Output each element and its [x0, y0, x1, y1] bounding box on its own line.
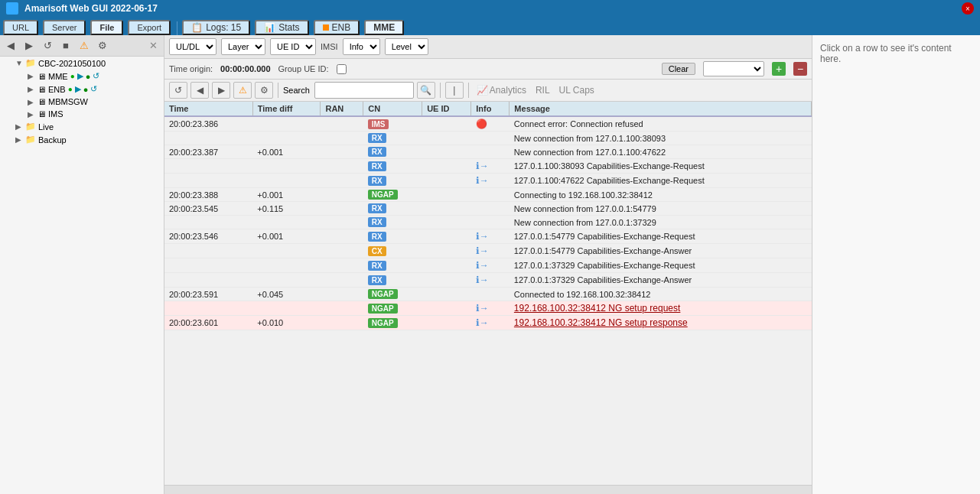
- layer-select[interactable]: Layer: [221, 38, 265, 55]
- log-table: Time Time diff RAN CN UE ID Info Message…: [164, 102, 812, 330]
- cell-time: [164, 216, 252, 229]
- direction-arrow: →: [480, 231, 489, 242]
- cell-timediff: +0.115: [252, 202, 321, 216]
- ue-id-select[interactable]: UE ID: [270, 38, 316, 55]
- action-restart-enb[interactable]: ↺: [90, 84, 97, 94]
- action-play-enb[interactable]: ▶: [75, 84, 81, 94]
- log-table-container: Time Time diff RAN CN UE ID Info Message…: [164, 102, 812, 485]
- action-stop-mme[interactable]: ●: [86, 72, 91, 81]
- folder-icon-live: 📁: [25, 122, 36, 132]
- cell-info: [471, 216, 510, 229]
- clear-button[interactable]: Clear: [662, 63, 695, 75]
- prev-button[interactable]: ◀: [190, 82, 209, 99]
- ril-button[interactable]: RIL: [532, 85, 553, 96]
- table-row[interactable]: NGAPℹ→192.168.100.32:38412 NG setup requ…: [164, 301, 812, 316]
- cell-timediff: [252, 159, 321, 174]
- tab-enb[interactable]: ENB: [314, 20, 360, 35]
- cell-ueid: [422, 229, 471, 244]
- table-row[interactable]: 20:00:23.387+0.001RXNew connection from …: [164, 145, 812, 159]
- folder-icon-root: 📁: [25, 58, 36, 68]
- close-button[interactable]: ×: [962, 2, 974, 15]
- action-stop-enb[interactable]: ●: [83, 85, 89, 94]
- search-input[interactable]: [314, 82, 414, 99]
- sidebar-refresh-button[interactable]: ↺: [40, 39, 55, 53]
- warning-button[interactable]: ⚠: [233, 82, 252, 99]
- tab-export[interactable]: Export: [128, 20, 171, 35]
- remove-filter-button[interactable]: −: [793, 62, 807, 76]
- col-cn: CN: [363, 102, 422, 116]
- time-dropdown[interactable]: [703, 61, 764, 76]
- sidebar-item-backup[interactable]: ▶ 📁 Backup: [0, 133, 164, 146]
- ul-caps-button[interactable]: UL Caps: [556, 85, 597, 96]
- group-ue-id-checkbox[interactable]: [337, 64, 347, 74]
- table-row[interactable]: 20:00:23.386IMS🔴Connect error: Connectio…: [164, 116, 812, 132]
- level-select[interactable]: Level: [385, 38, 428, 55]
- sidebar-item-enb[interactable]: ▶ 🖥 ENB ● ▶ ● ↺: [0, 83, 164, 96]
- table-row[interactable]: RXNew connection from 127.0.0.1:37329: [164, 216, 812, 229]
- next-button[interactable]: ▶: [212, 82, 230, 99]
- cell-message: New connection from 127.0.1.100:38093: [510, 132, 812, 145]
- refresh-button[interactable]: ↺: [169, 82, 187, 99]
- status-dot-mme: ●: [70, 72, 75, 80]
- cell-cn: NGAP: [363, 301, 422, 316]
- action-restart-mme[interactable]: ↺: [93, 71, 99, 81]
- cell-time: 20:00:23.388: [164, 188, 252, 202]
- cell-time: 20:00:23.386: [164, 116, 252, 132]
- cn-badge: RX: [368, 261, 386, 271]
- sidebar-item-root[interactable]: ▼ 📁 CBC-2021050100: [0, 57, 164, 70]
- cell-ran: [321, 301, 363, 316]
- stop-button[interactable]: ⚙: [255, 82, 273, 99]
- table-row[interactable]: RXℹ→127.0.0.1:37329 Capabilities-Exchang…: [164, 258, 812, 273]
- search-icon-button[interactable]: 🔍: [417, 82, 435, 99]
- cell-timediff: +0.045: [252, 288, 321, 301]
- tab-url[interactable]: URL: [3, 20, 38, 35]
- cn-badge: IMS: [368, 119, 389, 129]
- cell-ueid: [422, 132, 471, 145]
- cell-ran: [321, 145, 363, 159]
- analytics-button[interactable]: 📈 Analytics: [474, 85, 529, 96]
- cell-timediff: +0.001: [252, 188, 321, 202]
- cell-ran: [321, 229, 363, 244]
- sidebar-item-live[interactable]: ▶ 📁 Live: [0, 120, 164, 133]
- pipe-button[interactable]: |: [445, 82, 464, 99]
- add-filter-button[interactable]: +: [772, 62, 786, 76]
- table-row[interactable]: 20:00:23.591+0.045NGAPConnected to 192.1…: [164, 288, 812, 301]
- tree-arrow-ims: ▶: [28, 110, 35, 119]
- sidebar-back-button[interactable]: ◀: [3, 39, 18, 53]
- sidebar-settings-button[interactable]: ⚙: [95, 39, 110, 53]
- app-icon: [6, 2, 18, 15]
- cell-cn: RX: [363, 145, 422, 159]
- tab-server[interactable]: Server: [43, 20, 86, 35]
- tab-stats[interactable]: 📊 Stats: [255, 20, 308, 35]
- tab-file[interactable]: File: [90, 20, 123, 35]
- tab-mme[interactable]: MME: [364, 20, 404, 35]
- table-row[interactable]: RXNew connection from 127.0.1.100:38093: [164, 132, 812, 145]
- action-play-mme[interactable]: ▶: [77, 71, 83, 81]
- cn-badge: NGAP: [368, 190, 398, 200]
- info-select[interactable]: Info: [343, 38, 380, 55]
- sidebar-forward-button[interactable]: ▶: [21, 39, 37, 53]
- sidebar-stop-button[interactable]: ■: [58, 39, 73, 53]
- table-row[interactable]: CXℹ→127.0.0.1:54779 Capabilities-Exchang…: [164, 244, 812, 258]
- sidebar-item-ims[interactable]: ▶ 🖥 IMS: [0, 108, 164, 120]
- cn-badge: RX: [368, 232, 386, 242]
- table-row[interactable]: 20:00:23.601+0.010NGAPℹ→192.168.100.32:3…: [164, 316, 812, 330]
- sidebar-close-button[interactable]: ✕: [145, 39, 161, 53]
- ul-dl-select[interactable]: UL/DLULDL: [169, 38, 217, 55]
- server-icon-enb: 🖥: [37, 85, 46, 94]
- table-row[interactable]: 20:00:23.388+0.001NGAPConnecting to 192.…: [164, 188, 812, 202]
- table-row[interactable]: RXℹ→127.0.0.1:37329 Capabilities-Exchang…: [164, 273, 812, 288]
- table-row[interactable]: 20:00:23.545+0.115RXNew connection from …: [164, 202, 812, 216]
- direction-arrow: →: [480, 245, 489, 256]
- group-ue-id-label: Group UE ID:: [278, 64, 329, 73]
- sidebar-warning-button[interactable]: ⚠: [77, 39, 92, 53]
- tab-logs[interactable]: 📋 Logs: 15: [182, 20, 250, 35]
- table-row[interactable]: 20:00:23.546+0.001RXℹ→127.0.0.1:54779 Ca…: [164, 229, 812, 244]
- log-table-body: 20:00:23.386IMS🔴Connect error: Connectio…: [164, 116, 812, 330]
- sidebar-item-mbmsgw[interactable]: ▶ 🖥 MBMSGW: [0, 96, 164, 108]
- table-row[interactable]: RXℹ→127.0.1.100:47622 Capabilities-Excha…: [164, 174, 812, 188]
- table-row[interactable]: RXℹ→127.0.1.100:38093 Capabilities-Excha…: [164, 159, 812, 174]
- horizontal-scrollbar[interactable]: [164, 485, 812, 494]
- cell-timediff: +0.001: [252, 229, 321, 244]
- sidebar-item-mme[interactable]: ▶ 🖥 MME ● ▶ ● ↺: [0, 70, 164, 83]
